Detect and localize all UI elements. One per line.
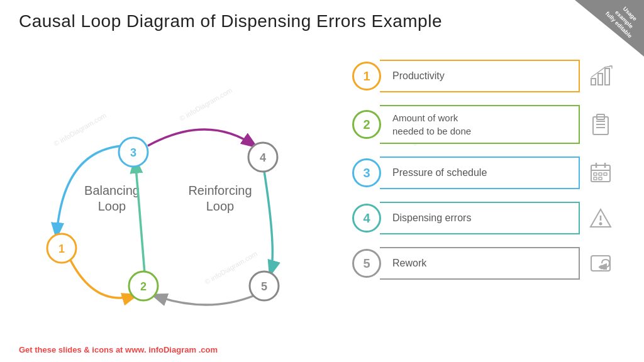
- svg-rect-15: [598, 74, 602, 85]
- list-item-4: 4 Dispensing errors: [352, 199, 616, 238]
- list-icon-2: [585, 109, 616, 140]
- svg-text:Loop: Loop: [98, 199, 126, 213]
- list-item-1: 1 Productivity: [352, 57, 616, 96]
- svg-rect-26: [594, 173, 597, 175]
- list-num-1: 1: [352, 62, 381, 90]
- list-item-3: 3 Pressure of schedule: [352, 153, 616, 192]
- svg-point-33: [600, 223, 602, 225]
- list-bar-1: Productivity: [380, 60, 580, 92]
- loop-diagram: Balancing Loop Reinforcing Loop: [13, 50, 340, 333]
- list-num-3: 3: [352, 158, 381, 187]
- list-icon-4: [585, 202, 616, 234]
- list-bar-3: Pressure of schedule: [380, 156, 580, 189]
- footer-suffix: .com: [199, 345, 218, 354]
- list-num-4: 4: [352, 204, 381, 233]
- svg-rect-30: [599, 177, 602, 180]
- right-panel: 1 Productivity 2 Amoun: [352, 57, 616, 289]
- list-bar-4: Dispensing errors: [380, 202, 580, 234]
- footer-text: Get these slides & icons at www.: [19, 345, 147, 354]
- list-icon-3: [585, 157, 616, 189]
- list-item-2: 2 Amount of workneeded to be done: [352, 102, 616, 147]
- list-label-2: Amount of workneeded to be done: [392, 111, 471, 138]
- svg-rect-29: [594, 177, 597, 180]
- svg-text:Balancing: Balancing: [84, 184, 140, 197]
- list-item-5: 5 Rework: [352, 244, 616, 283]
- footer: Get these slides & icons at www. infoDia…: [19, 345, 218, 354]
- list-label-5: Rework: [392, 258, 426, 269]
- svg-rect-14: [591, 79, 596, 85]
- list-num-5: 5: [352, 249, 381, 278]
- list-num-2: 2: [352, 110, 381, 139]
- list-label-4: Dispensing errors: [392, 212, 471, 224]
- page: Causal Loop Diagram of Dispensing Errors…: [0, 0, 644, 362]
- svg-text:4: 4: [260, 151, 266, 164]
- list-bar-2: Amount of workneeded to be done: [380, 105, 580, 144]
- svg-text:3: 3: [130, 146, 136, 159]
- svg-text:Reinforcing: Reinforcing: [188, 184, 252, 197]
- svg-text:Loop: Loop: [206, 199, 235, 213]
- svg-text:5: 5: [261, 280, 267, 293]
- list-icon-1: [585, 60, 616, 92]
- list-bar-5: Rework: [380, 247, 580, 280]
- list-icon-5: [585, 248, 616, 279]
- list-label-1: Productivity: [392, 70, 445, 82]
- page-title: Causal Loop Diagram of Dispensing Errors…: [19, 11, 442, 31]
- svg-rect-28: [604, 173, 607, 175]
- list-label-3: Pressure of schedule: [392, 167, 487, 178]
- footer-brand: infoDiagram: [148, 345, 196, 354]
- svg-text:1: 1: [58, 243, 65, 255]
- svg-rect-27: [599, 173, 602, 175]
- svg-rect-16: [605, 69, 609, 85]
- svg-text:2: 2: [140, 280, 147, 293]
